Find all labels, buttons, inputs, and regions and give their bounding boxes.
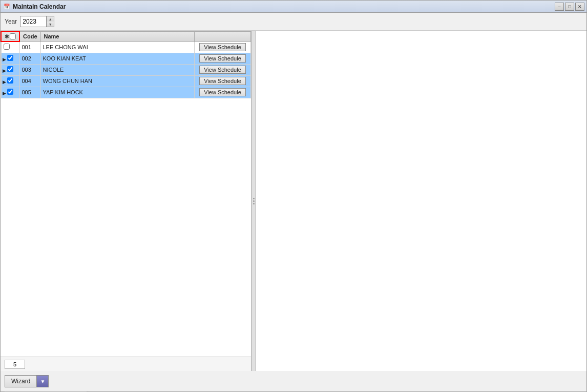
window-icon: 📅 — [3, 3, 11, 11]
row-indicator-cell — [1, 42, 19, 53]
row-action-cell: View Schedule — [195, 53, 251, 64]
row-checkbox[interactable] — [7, 55, 13, 61]
panel-splitter[interactable] — [251, 31, 256, 371]
row-name: KOO KIAN KEAT — [40, 53, 195, 64]
asterisk-icon: ✱ — [5, 34, 9, 39]
header-code: Code — [19, 31, 40, 42]
row-indicator-cell: ▶ — [1, 75, 19, 87]
year-increment-button[interactable]: ▲ — [47, 16, 54, 22]
row-checkbox[interactable] — [7, 66, 13, 72]
row-indicator-cell: ▶ — [1, 64, 19, 75]
window-title: Maintain Calendar — [13, 3, 555, 10]
header-indicator: ✱ — [1, 31, 19, 42]
splitter-dots — [253, 198, 255, 204]
left-panel: ✱ Code Name 001LEE CHONG WAIView Schedul… — [1, 31, 251, 371]
year-spinner-buttons: ▲ ▼ — [46, 16, 54, 27]
row-checkbox[interactable] — [4, 44, 10, 50]
table-body: 001LEE CHONG WAIView Schedule▶002KOO KIA… — [1, 42, 251, 98]
year-spinner[interactable]: ▲ ▼ — [20, 16, 54, 27]
main-window: 📅 Maintain Calendar – □ ✕ Year ▲ ▼ — [0, 0, 587, 392]
table-row[interactable]: 001LEE CHONG WAIView Schedule — [1, 42, 251, 53]
table-row[interactable]: ▶003NICOLEView Schedule — [1, 64, 251, 75]
view-schedule-button[interactable]: View Schedule — [199, 43, 246, 51]
view-schedule-button[interactable]: View Schedule — [199, 88, 246, 96]
wizard-dropdown-button[interactable]: ▼ — [37, 376, 48, 387]
row-indicator: ▶ — [3, 91, 6, 96]
row-indicator: ▶ — [3, 57, 6, 62]
header-name: Name — [40, 31, 195, 42]
main-content: ✱ Code Name 001LEE CHONG WAIView Schedul… — [1, 31, 586, 371]
row-name: LEE CHONG WAI — [40, 42, 195, 53]
view-schedule-button[interactable]: View Schedule — [199, 77, 246, 85]
header-action — [195, 31, 251, 42]
title-bar: 📅 Maintain Calendar – □ ✕ — [1, 1, 586, 13]
right-panel — [256, 31, 586, 371]
wizard-main-button[interactable]: Wizard — [5, 376, 37, 387]
row-code: 005 — [19, 87, 40, 98]
table-row[interactable]: ▶004WONG CHUN HANView Schedule — [1, 75, 251, 87]
title-bar-buttons: – □ ✕ — [555, 3, 584, 11]
year-decrement-button[interactable]: ▼ — [47, 22, 54, 27]
row-code: 001 — [19, 42, 40, 53]
row-code: 004 — [19, 75, 40, 87]
row-indicator: ▶ — [3, 79, 6, 85]
close-button[interactable]: ✕ — [575, 3, 584, 11]
row-code: 003 — [19, 64, 40, 75]
table-row[interactable]: ▶005YAP KIM HOCKView Schedule — [1, 87, 251, 98]
record-count: 5 — [5, 360, 25, 369]
row-action-cell: View Schedule — [195, 64, 251, 75]
row-action-cell: View Schedule — [195, 87, 251, 98]
wizard-button-group: Wizard ▼ — [5, 375, 49, 387]
toolbar: Year ▲ ▼ — [1, 13, 586, 31]
row-indicator-cell: ▶ — [1, 53, 19, 64]
select-all-checkbox[interactable] — [10, 33, 16, 39]
view-schedule-button[interactable]: View Schedule — [199, 54, 246, 63]
row-indicator: ▶ — [3, 68, 6, 73]
header-checkbox-group: ✱ — [5, 33, 16, 39]
grid-footer: 5 — [1, 357, 251, 371]
employee-table: ✱ Code Name 001LEE CHONG WAIView Schedul… — [1, 31, 251, 98]
row-action-cell: View Schedule — [195, 42, 251, 53]
row-code: 002 — [19, 53, 40, 64]
year-label: Year — [5, 18, 17, 25]
view-schedule-button[interactable]: View Schedule — [199, 66, 246, 74]
minimize-button[interactable]: – — [555, 3, 564, 11]
restore-button[interactable]: □ — [565, 3, 574, 11]
year-input[interactable] — [20, 16, 46, 27]
grid-container: ✱ Code Name 001LEE CHONG WAIView Schedul… — [1, 31, 251, 357]
table-row[interactable]: ▶002KOO KIAN KEATView Schedule — [1, 53, 251, 64]
row-action-cell: View Schedule — [195, 75, 251, 87]
row-checkbox[interactable] — [7, 77, 13, 84]
row-name: NICOLE — [40, 64, 195, 75]
row-indicator-cell: ▶ — [1, 87, 19, 98]
row-name: YAP KIM HOCK — [40, 87, 195, 98]
row-name: WONG CHUN HAN — [40, 75, 195, 87]
row-checkbox[interactable] — [7, 89, 13, 95]
bottom-toolbar: Wizard ▼ Wizard Copy From Clear All — [1, 371, 586, 391]
